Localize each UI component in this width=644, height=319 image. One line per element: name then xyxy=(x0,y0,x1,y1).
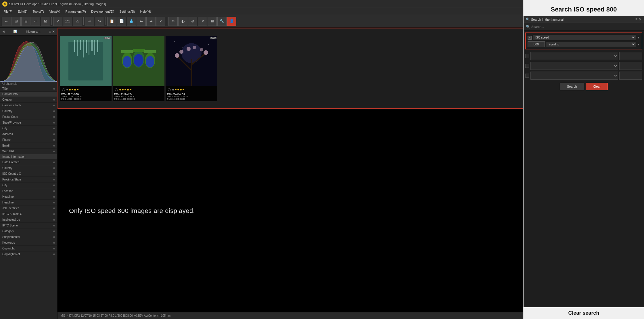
metadata-item-city2[interactable]: City xyxy=(0,182,57,188)
metadata-item-iptc-scene[interactable]: IPTC Scene xyxy=(0,223,57,228)
histogram-icon: 📊 xyxy=(13,30,17,33)
toolbar-check[interactable]: ✓ xyxy=(156,17,165,26)
extra-filter-checkbox-2[interactable] xyxy=(525,64,529,68)
extra-filter-select-1[interactable] xyxy=(530,52,618,60)
thumbnail-3-icon-row: ★ ★ ★ ★ ★ xyxy=(167,87,216,92)
menu-settings[interactable]: Settings(S) xyxy=(117,9,137,14)
metadata-item-web-url[interactable]: Web URL xyxy=(0,149,57,154)
metadata-item-category[interactable]: Category xyxy=(0,228,57,234)
thumbnail-image-3: RAW xyxy=(166,36,217,86)
toolbar-import[interactable]: ⬅ xyxy=(137,17,146,26)
histogram-menu-icon[interactable]: ≡ xyxy=(49,30,51,34)
metadata-item-province-state[interactable]: Province/State xyxy=(0,177,57,182)
toolbar-tools2[interactable]: 🔧 xyxy=(217,17,227,26)
svg-point-34 xyxy=(200,48,203,51)
histogram-close-icon[interactable]: ✕ xyxy=(52,30,55,34)
metadata-item-copyright-not[interactable]: Copyright Not xyxy=(0,251,57,257)
metadata-item-state-province[interactable]: State/Province xyxy=(0,120,57,126)
extra-filter-value-2[interactable] xyxy=(619,62,642,70)
thumbnail-item-2[interactable]: ★ ★ ★ ★ ★ IMG_8435.JPG 2014/08/23 14:32:… xyxy=(113,36,164,101)
extra-filter-checkbox-3[interactable] xyxy=(525,74,529,78)
metadata-item-supplemental[interactable]: Supplemental xyxy=(0,234,57,240)
toolbar-paste-params[interactable]: 📄 xyxy=(117,17,126,26)
clear-button[interactable]: Clear xyxy=(586,83,608,90)
thumbnail-item-1[interactable]: RAW ★ ★ ★ ★ ★ IMG_4874.CR2 2012 xyxy=(60,36,112,101)
metadata-item-creator[interactable]: Creator xyxy=(0,97,57,103)
svg-point-19 xyxy=(123,56,131,68)
metadata-item-phone[interactable]: Phone xyxy=(0,137,57,143)
extra-filter-value-1[interactable] xyxy=(619,52,642,60)
search-panel-footer: Clear search xyxy=(524,307,644,319)
toolbar-single-view[interactable]: ⊞ xyxy=(12,17,21,26)
toolbar-fit[interactable]: ⤢ xyxy=(53,17,62,26)
extra-filter-checkbox-1[interactable] xyxy=(525,54,529,58)
menu-edit[interactable]: Edit(E) xyxy=(16,9,30,14)
toolbar-multi-view[interactable]: ⊠ xyxy=(41,17,50,26)
toolbar-search[interactable]: 👤 xyxy=(227,17,236,26)
extra-filter-value-3[interactable] xyxy=(619,72,642,80)
thumbnail-item-3[interactable]: RAW ★ ★ ★ ★ ★ IMG_9924.CR2 2016 xyxy=(166,36,217,101)
toolbar-100[interactable]: 1:1 xyxy=(63,17,72,26)
menu-file[interactable]: File(F) xyxy=(1,9,15,14)
filter-value-input[interactable] xyxy=(528,41,545,47)
filter-condition-area: ISO speed ▼ Equal to Greater than Less t… xyxy=(525,32,642,49)
extra-filter-select-2[interactable] xyxy=(530,62,618,70)
metadata-item-email[interactable]: Email xyxy=(0,143,57,149)
menu-help[interactable]: Help(H) xyxy=(138,9,154,14)
toolbar-export[interactable]: ➡ xyxy=(146,17,156,26)
thumbnail-2-filename: IMG_8435.JPG xyxy=(114,92,163,95)
metadata-item-title[interactable]: Title xyxy=(0,86,57,92)
metadata-item-headline2[interactable]: Headline xyxy=(0,200,57,205)
svg-rect-3 xyxy=(74,40,75,52)
thumbnail-2-exif: F2.8 1/1000 ISO800 xyxy=(114,98,163,100)
filter-checkbox[interactable] xyxy=(528,36,532,40)
metadata-item-intellectual[interactable]: Intellectual ge xyxy=(0,217,57,223)
metadata-item-iso-country[interactable]: ISO Country C xyxy=(0,171,57,177)
toolbar-settings[interactable]: ⚙ xyxy=(168,17,178,26)
toolbar-clone[interactable]: ⊕ xyxy=(188,17,197,26)
metadata-item-city[interactable]: City xyxy=(0,126,57,131)
menu-view[interactable]: View(V) xyxy=(47,9,62,14)
toolbar-export2[interactable]: ↗ xyxy=(198,17,207,26)
metadata-item-headline[interactable]: Headline xyxy=(0,194,57,200)
thumbnail-3-type-badge: RAW xyxy=(210,37,216,39)
menu-tools[interactable]: Tools(T) xyxy=(30,9,46,14)
search-text-input[interactable] xyxy=(531,25,642,28)
toolbar-eyedropper[interactable]: 💧 xyxy=(127,17,136,26)
search-panel-close-icon[interactable]: ✕ xyxy=(639,17,642,22)
metadata-item-location[interactable]: Location xyxy=(0,188,57,194)
svg-point-33 xyxy=(204,50,208,55)
svg-rect-16 xyxy=(121,50,133,53)
metadata-item-country2[interactable]: Country xyxy=(0,165,57,171)
filter-field-select[interactable]: ISO speed xyxy=(533,35,636,40)
toolbar-color[interactable]: ◐ xyxy=(178,17,187,26)
toolbar-copy-params[interactable]: 📋 xyxy=(107,17,116,26)
metadata-item-creators-jobti[interactable]: Creator's Jobti xyxy=(0,103,57,108)
menu-parameters[interactable]: Parameters(P) xyxy=(63,9,88,14)
metadata-item-country[interactable]: Country xyxy=(0,108,57,114)
toolbar-undo[interactable]: ↩ xyxy=(85,17,94,26)
search-magnifier-icon: 🔍 xyxy=(526,25,530,29)
metadata-item-date-created[interactable]: Date Created xyxy=(0,160,57,165)
menu-development[interactable]: Development(D) xyxy=(89,9,116,14)
metadata-item-copyright[interactable]: Copyright xyxy=(0,246,57,251)
metadata-item-postal-code[interactable]: Postal Code xyxy=(0,114,57,120)
search-panel-inner: 🔍 Search in the thumbnail ≡ ✕ 🔍 ISO spee… xyxy=(524,16,644,307)
search-panel-menu-icon[interactable]: ≡ xyxy=(635,17,637,22)
svg-rect-5 xyxy=(80,40,81,50)
toolbar-warning[interactable]: ⚠ xyxy=(73,17,82,26)
search-button[interactable]: Search xyxy=(560,83,584,90)
toolbar-redo[interactable]: ↪ xyxy=(95,17,104,26)
metadata-item-address[interactable]: Address xyxy=(0,131,57,137)
thumbnail-1-type-badge: RAW xyxy=(104,37,111,39)
metadata-item-keywords[interactable]: Keywords xyxy=(0,240,57,246)
toolbar-back[interactable]: ← xyxy=(2,17,11,26)
metadata-item-iptc-subject[interactable]: IPTC Subject C xyxy=(0,211,57,217)
toolbar-monitor[interactable]: 🖥 xyxy=(208,17,217,26)
svg-point-20 xyxy=(134,54,143,67)
toolbar-thumbnail-view[interactable]: ▭ xyxy=(31,17,40,26)
metadata-item-job-identifier[interactable]: Job Identifier xyxy=(0,205,57,211)
toolbar-compare-view[interactable]: ⊟ xyxy=(21,17,30,26)
filter-operator-select[interactable]: Equal to Greater than Less than xyxy=(546,42,636,47)
extra-filter-select-3[interactable] xyxy=(530,72,618,80)
